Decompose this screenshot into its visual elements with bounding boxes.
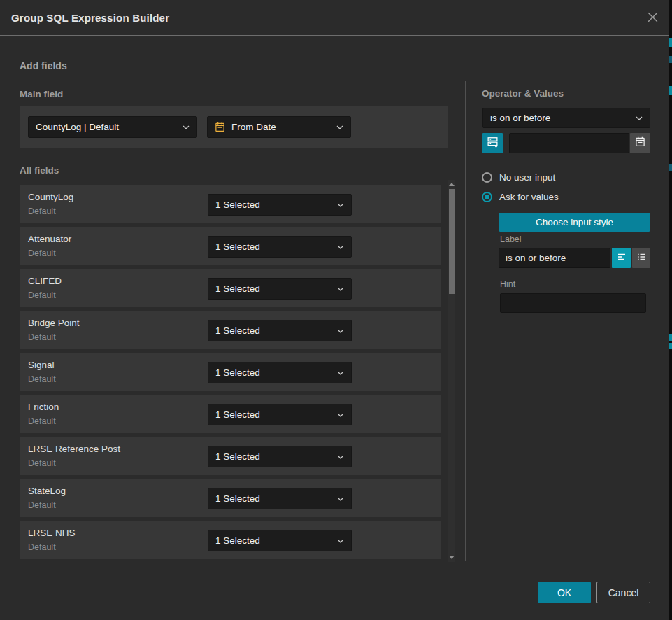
field-name: LRSE NHS (28, 528, 76, 538)
ok-button[interactable]: OK (538, 582, 591, 603)
field-subtitle: Default (28, 332, 56, 342)
field-values-dropdown[interactable]: 1 Selected (208, 488, 352, 509)
dialog-titlebar: Group SQL Expression Builder (0, 0, 669, 36)
edge-mark (669, 164, 672, 171)
label-input[interactable] (499, 248, 610, 268)
field-row: Friction Default 1 Selected (20, 395, 441, 433)
field-values-dropdown[interactable]: 1 Selected (208, 278, 352, 300)
chevron-down-icon (337, 497, 344, 501)
field-name: StateLog (28, 486, 66, 496)
cancel-button[interactable]: Cancel (596, 582, 650, 603)
field-values-dropdown-value: 1 Selected (215, 493, 333, 504)
add-fields-heading: Add fields (20, 60, 67, 71)
field-name: CLIFED (28, 276, 62, 286)
field-row: Attenuator Default 1 Selected (20, 227, 441, 265)
operator-dropdown[interactable]: is on or before (482, 108, 650, 128)
field-subtitle: Default (28, 206, 56, 216)
main-field-heading: Main field (20, 89, 63, 99)
field-name: Signal (28, 360, 55, 370)
field-values-dropdown-value: 1 Selected (215, 451, 333, 462)
chevron-down-icon (337, 245, 344, 249)
background-edge-strip (669, 0, 672, 620)
field-values-dropdown[interactable]: 1 Selected (208, 362, 352, 383)
unique-values-icon (487, 136, 499, 150)
field-values-dropdown[interactable]: 1 Selected (208, 530, 352, 551)
field-row: Bridge Point Default 1 Selected (20, 311, 441, 349)
field-row: StateLog Default 1 Selected (20, 479, 441, 517)
edge-mark (669, 343, 672, 349)
field-values-dropdown-value: 1 Selected (215, 241, 333, 252)
scrollbar-thumb[interactable] (449, 189, 455, 294)
panel-divider (465, 81, 466, 561)
radio-ask-for-values-label: Ask for values (499, 192, 559, 202)
field-values-dropdown-value: 1 Selected (215, 535, 333, 546)
field-name: LRSE Reference Post (28, 444, 120, 454)
choose-input-style-button[interactable]: Choose input style (499, 213, 650, 232)
field-values-dropdown[interactable]: 1 Selected (208, 236, 352, 258)
radio-ask-for-values[interactable]: Ask for values (482, 192, 559, 202)
field-row: CLIFED Default 1 Selected (20, 269, 441, 307)
date-picker-button[interactable] (630, 133, 650, 153)
scroll-down-icon[interactable] (449, 556, 455, 559)
all-fields-heading: All fields (20, 165, 59, 176)
field-subtitle: Default (28, 416, 56, 426)
field-subtitle: Default (28, 290, 56, 300)
align-left-icon (616, 251, 627, 265)
main-field-dropdown[interactable]: From Date (207, 116, 351, 138)
edge-mark (669, 86, 672, 95)
field-row: LRSE Reference Post Default 1 Selected (20, 437, 441, 475)
bulleted-list-icon (636, 251, 647, 265)
field-name: Friction (28, 402, 59, 412)
list-input-style-button[interactable] (632, 248, 650, 268)
field-subtitle: Default (28, 374, 56, 384)
chevron-down-icon (337, 413, 344, 417)
field-values-dropdown-value: 1 Selected (215, 367, 333, 378)
hint-caption: Hint (500, 279, 515, 289)
fields-list-scrollbar[interactable] (448, 180, 455, 562)
dialog-title: Group SQL Expression Builder (0, 12, 169, 24)
edge-mark (669, 38, 672, 47)
field-values-dropdown-value: 1 Selected (215, 409, 333, 420)
radio-no-user-input[interactable]: No user input (482, 172, 555, 183)
calendar-icon (635, 136, 645, 150)
chevron-down-icon (337, 287, 344, 291)
chevron-down-icon (636, 116, 643, 120)
hint-input[interactable] (500, 293, 646, 313)
field-row: CountyLog Default 1 Selected (20, 185, 441, 223)
chevron-down-icon (183, 125, 190, 129)
field-subtitle: Default (28, 248, 56, 258)
field-subtitle: Default (28, 500, 56, 510)
field-row: Signal Default 1 Selected (20, 353, 441, 391)
group-sql-expression-builder-dialog: Group SQL Expression Builder Add fields … (0, 0, 669, 620)
chevron-down-icon (337, 455, 344, 459)
field-values-dropdown-value: 1 Selected (215, 199, 333, 210)
edge-mark (669, 334, 672, 341)
field-values-dropdown[interactable]: 1 Selected (208, 404, 352, 425)
field-values-dropdown[interactable]: 1 Selected (208, 194, 352, 216)
field-values-dropdown-value: 1 Selected (215, 325, 333, 336)
chevron-down-icon (337, 329, 344, 333)
field-values-dropdown-value: 1 Selected (215, 283, 333, 294)
scroll-up-icon[interactable] (449, 183, 455, 186)
field-values-dropdown[interactable]: 1 Selected (208, 446, 352, 467)
radio-no-user-input-label: No user input (499, 172, 555, 183)
close-button[interactable] (642, 8, 663, 29)
close-icon (646, 10, 659, 27)
value-input[interactable] (509, 133, 629, 153)
operator-values-heading: Operator & Values (482, 88, 564, 99)
chevron-down-icon (337, 371, 344, 375)
field-row: LRSE NHS Default 1 Selected (20, 521, 441, 559)
field-subtitle: Default (28, 458, 56, 468)
calendar-icon (215, 122, 225, 132)
field-values-dropdown[interactable]: 1 Selected (208, 320, 352, 341)
radio-on-icon (482, 192, 492, 202)
edge-mark (669, 56, 672, 63)
radio-off-icon (482, 172, 492, 183)
value-type-button[interactable] (482, 133, 503, 153)
chevron-down-icon (336, 125, 343, 129)
main-field-panel: CountyLog | Default From Date (20, 106, 448, 148)
single-input-style-button[interactable] (612, 248, 631, 268)
layer-dropdown[interactable]: CountyLog | Default (28, 116, 197, 138)
field-name: CountyLog (28, 192, 73, 202)
field-subtitle: Default (28, 542, 56, 552)
